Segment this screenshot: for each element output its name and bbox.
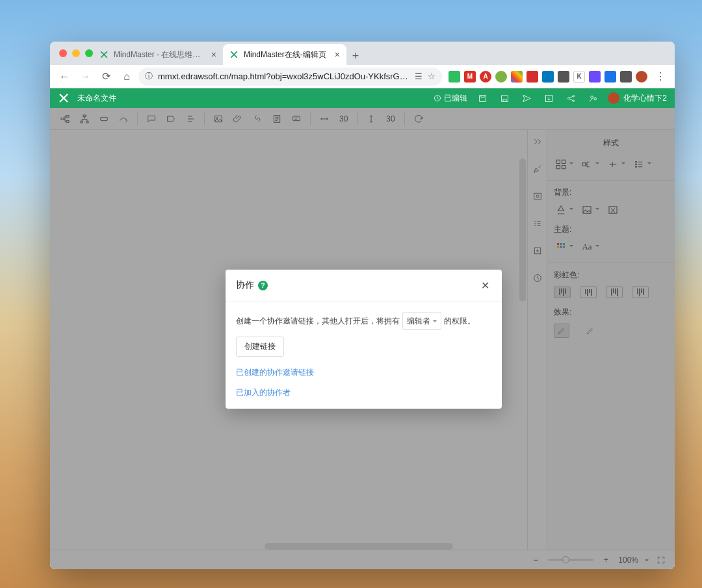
trello-icon[interactable] <box>542 71 554 83</box>
bg-image-icon[interactable] <box>580 204 594 216</box>
style-tab-icon[interactable] <box>530 161 545 177</box>
refresh-icon[interactable] <box>410 110 427 127</box>
branch-style-icon[interactable] <box>580 159 594 170</box>
zoom-dropdown-icon[interactable] <box>645 559 649 563</box>
horizontal-scrollbar[interactable] <box>265 543 453 550</box>
user-menu[interactable]: 化学心情下2 <box>608 92 667 104</box>
vertical-scrollbar[interactable] <box>519 159 526 301</box>
maximize-window-button[interactable] <box>85 49 93 57</box>
adblock-icon[interactable]: A <box>480 71 491 83</box>
help-icon[interactable]: ? <box>258 281 268 290</box>
rainbow-option-3[interactable] <box>606 287 623 298</box>
collaboration-modal: 协作 ? ✕ 创建一个协作邀请链接，其他人打开后，将拥有 编辑者 的权限。 创建… <box>226 270 502 409</box>
effect-pencil-icon[interactable] <box>554 324 569 338</box>
collaborate-icon[interactable] <box>586 91 600 105</box>
svg-point-31 <box>636 164 637 165</box>
history-tab-icon[interactable] <box>530 270 545 286</box>
right-icon-rail <box>527 130 547 550</box>
link-icon[interactable] <box>249 110 266 127</box>
share-icon[interactable] <box>564 91 578 105</box>
topic-icon[interactable] <box>96 110 112 127</box>
nav-forward-button[interactable]: → <box>76 68 94 86</box>
svg-rect-14 <box>81 121 83 123</box>
layout-org-icon[interactable] <box>76 110 93 127</box>
image-icon[interactable] <box>210 110 227 127</box>
attachment-icon[interactable] <box>229 110 246 127</box>
reader-mode-icon[interactable]: ☰ <box>415 71 422 81</box>
nav-home-button[interactable]: ⌂ <box>118 68 136 86</box>
height-icon[interactable] <box>363 110 380 127</box>
extension-icon[interactable]: K <box>573 71 585 83</box>
layout-style-icon[interactable] <box>554 159 568 170</box>
favicon-icon <box>99 50 109 59</box>
extension-icon[interactable] <box>448 71 460 83</box>
zoom-in-button[interactable]: + <box>600 554 612 566</box>
bookmark-star-icon[interactable]: ☆ <box>428 71 436 81</box>
nav-reload-button[interactable]: ⟳ <box>97 68 115 86</box>
svg-rect-36 <box>560 243 562 245</box>
profile-avatar[interactable] <box>636 71 647 83</box>
save-as-icon[interactable] <box>497 91 512 105</box>
extension-icon[interactable] <box>589 71 601 83</box>
comment-icon[interactable] <box>143 110 160 127</box>
svg-point-30 <box>636 161 637 162</box>
tab-close-icon[interactable]: × <box>211 49 216 60</box>
width-value[interactable]: 30 <box>335 114 352 123</box>
file-name[interactable]: 未命名文件 <box>77 93 116 104</box>
rainbow-option-4[interactable] <box>632 287 649 298</box>
relation-icon[interactable] <box>115 110 132 127</box>
nav-back-button[interactable]: ← <box>55 68 73 86</box>
extension-icon[interactable] <box>495 71 507 83</box>
export-icon[interactable] <box>541 91 556 105</box>
app-body: 30 30 <box>50 108 675 569</box>
bg-remove-icon[interactable] <box>606 204 620 216</box>
zoom-value[interactable]: 100% <box>618 556 638 565</box>
format-tab-icon[interactable] <box>530 216 545 231</box>
created-links-link[interactable]: 已创建的协作邀请链接 <box>236 367 491 378</box>
rainbow-option-1[interactable] <box>554 287 571 298</box>
note-icon[interactable] <box>268 110 285 127</box>
browser-menu-button[interactable]: ⋮ <box>651 68 670 86</box>
extension-icon[interactable] <box>558 71 569 83</box>
extension-icon[interactable] <box>511 71 523 83</box>
effect-brush-icon[interactable] <box>582 324 598 338</box>
role-select[interactable]: 编辑者 <box>402 312 441 330</box>
layout-tree-icon[interactable] <box>57 110 73 127</box>
create-link-button[interactable]: 创建链接 <box>236 337 284 357</box>
address-bar[interactable]: ⓘ mmxt.edrawsoft.cn/map.html?obj=wxol3z5… <box>138 68 442 86</box>
width-icon[interactable] <box>316 110 333 127</box>
site-info-icon[interactable]: ⓘ <box>145 71 153 82</box>
save-icon[interactable] <box>475 91 489 105</box>
extension-icon[interactable]: M <box>464 71 476 83</box>
tag-icon[interactable] <box>162 110 179 127</box>
extension-icon[interactable] <box>526 71 538 83</box>
minimize-window-button[interactable] <box>72 49 80 57</box>
callout-icon[interactable] <box>288 110 305 127</box>
collapse-panel-icon[interactable] <box>530 134 545 149</box>
theme-color-icon[interactable] <box>554 241 568 253</box>
browser-tab-1[interactable]: MindMaster在线-编辑页 × <box>223 44 346 65</box>
tab-close-icon[interactable]: × <box>335 49 340 60</box>
rainbow-option-2[interactable] <box>580 287 597 298</box>
close-window-button[interactable] <box>59 49 67 57</box>
list-style-icon[interactable] <box>632 159 646 170</box>
extension-icon[interactable] <box>604 71 616 83</box>
extension-icon[interactable] <box>620 71 632 83</box>
height-value[interactable]: 30 <box>382 114 398 123</box>
fullscreen-button[interactable] <box>655 554 667 566</box>
new-tab-button[interactable]: + <box>346 47 365 65</box>
send-icon[interactable] <box>519 91 534 105</box>
modal-close-button[interactable]: ✕ <box>478 279 491 292</box>
summary-icon[interactable] <box>182 110 199 127</box>
zoom-out-button[interactable]: − <box>530 554 541 566</box>
zoom-slider[interactable] <box>548 559 593 561</box>
bg-color-icon[interactable] <box>554 204 568 216</box>
browser-tab-0[interactable]: MindMaster - 在线思维导图 × <box>93 44 223 65</box>
icon-tab-icon[interactable] <box>530 243 545 259</box>
outline-tab-icon[interactable] <box>530 188 545 204</box>
svg-rect-11 <box>66 115 69 117</box>
connector-style-icon[interactable] <box>606 159 620 170</box>
favicon-icon <box>229 50 239 59</box>
theme-font-icon[interactable]: Aa <box>580 241 594 253</box>
collaborators-link[interactable]: 已加入的协作者 <box>236 387 491 398</box>
